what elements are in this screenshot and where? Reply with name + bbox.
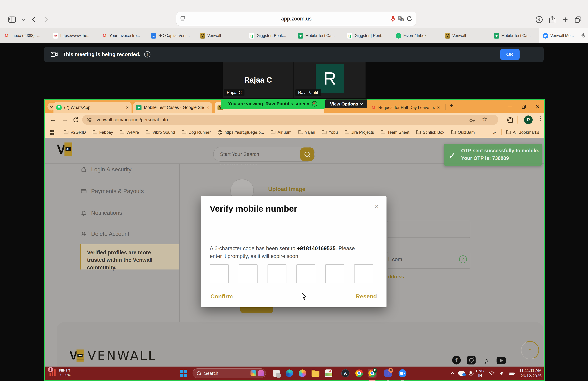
chrome-address-bar[interactable]: venwall.com/account/personal-info ☆ [82,115,498,125]
chrome-profile-icon[interactable]: R [368,369,377,378]
otp-input-6[interactable] [354,264,373,283]
otp-input-4[interactable] [296,264,315,283]
share-icon[interactable] [547,15,557,24]
safari-tab-giggster-book[interactable]: Giggster: Book... [245,28,294,43]
bookmark-star-icon[interactable]: ☆ [482,115,488,123]
safari-tab-inbox[interactable]: Inbox (2,388) -... [0,28,49,43]
sidebar-item-payments[interactable]: Payments & Payouts [81,188,144,195]
tiktok-icon[interactable]: ♪ [482,356,490,364]
bookmark-folder[interactable]: QuizBam [451,130,475,135]
paint-app-icon[interactable] [324,369,333,378]
bookmark-folder[interactable]: Dog Runner [182,130,210,135]
tune-icon[interactable] [86,116,92,123]
restore-icon[interactable] [520,103,528,111]
file-explorer-icon[interactable] [311,369,320,378]
tray-mic-icon[interactable] [470,371,472,376]
close-icon[interactable]: × [375,202,379,211]
safari-tab-venwall-2[interactable]: Venwall [441,28,490,43]
copilot-icon[interactable] [298,369,307,378]
chrome-profile-avatar[interactable]: R [524,115,533,124]
info-icon[interactable]: i [144,51,150,57]
new-tab-icon[interactable]: + [449,102,454,110]
otp-input-3[interactable] [268,264,286,283]
close-icon[interactable]: × [437,105,440,110]
safari-tab-venwall-meeting-active[interactable]: Venwall Me... [539,28,588,43]
volume-icon[interactable] [499,371,504,375]
safari-tab-venwall-1[interactable]: Venwall [196,28,245,43]
confirm-button[interactable]: Confirm [210,293,233,300]
all-bookmarks[interactable]: All Bookmarks [506,130,539,135]
zo om-app-icon[interactable] [398,369,407,378]
chrome-tab-gmail[interactable]: Request for Half-Day Leave - ra × [371,102,440,113]
apps-grid-icon[interactable] [50,130,54,134]
safari-address-bar[interactable]: app.zoom.us Ax [176,12,416,26]
close-icon[interactable]: × [207,105,209,110]
scroll-top-button[interactable]: ↑ [521,341,539,359]
downloads-icon[interactable] [534,15,544,24]
search-button[interactable] [300,147,314,161]
battery-icon[interactable] [509,371,515,375]
bookmark-folder[interactable]: Fabpay [93,130,113,135]
extensions-puzzle-icon[interactable] [506,116,514,124]
instagram-icon[interactable] [467,356,476,364]
view-options-button[interactable]: View Options [325,99,367,108]
safari-tab-rc-capital[interactable]: RC Capital Vent... [147,28,196,43]
search-input[interactable] [220,151,286,157]
forward-icon[interactable] [41,15,51,24]
taskbar-clock[interactable]: 11.11.11 AM26-12-2025 [519,368,542,379]
weather-info-icon[interactable] [458,371,465,376]
language-switcher[interactable]: ENGIN [476,369,484,378]
safari-tab-invoice[interactable]: Your Invoice fro... [98,28,147,43]
taskbar-widget-nifty[interactable]: 2 NIFTY -0.20% [49,368,71,377]
sidebar-item-delete-account[interactable]: Delete Account [81,231,129,237]
bookmark-folder[interactable]: Yajari [298,130,315,135]
password-key-icon[interactable] [469,117,476,124]
sidebar-item-notifications[interactable]: Notifications [81,210,122,216]
chrome-menu-icon[interactable]: ⋮ [537,115,543,122]
sidebar-item-login-security[interactable]: Login & security [81,166,131,173]
start-button[interactable] [180,370,188,377]
resend-button[interactable]: Resend [356,293,377,300]
teams-icon[interactable]: T8 [384,369,392,378]
a-app-icon[interactable]: A [341,369,350,378]
reader-icon[interactable] [180,15,186,22]
tab-overview-icon[interactable] [573,15,583,24]
upload-image-link[interactable]: Upload Image [268,186,305,192]
wifi-icon[interactable] [489,371,495,376]
youtube-icon[interactable] [497,357,506,364]
reload-icon[interactable] [406,15,413,22]
bookmark-folder[interactable]: Airluum [271,130,292,135]
close-icon[interactable]: × [126,105,129,110]
close-window-icon[interactable]: ✕ [533,103,542,111]
safari-tab-mobile-test-1[interactable]: Mobile Test Ca... [294,28,343,43]
otp-input-1[interactable] [210,264,229,283]
sidebar-toggle-icon[interactable] [7,15,17,24]
reload-icon[interactable] [73,116,80,123]
site-search-bar[interactable] [213,147,315,162]
bookmark-folder[interactable]: Vibro Sound [146,130,175,135]
chevron-down-icon[interactable] [19,15,28,24]
edge-icon[interactable] [285,369,294,378]
chrome-icon[interactable] [355,369,363,378]
new-tab-icon[interactable]: + [561,15,570,24]
bookmark-folder[interactable]: Yobu [322,130,338,135]
bookmark-folder[interactable]: Team Sheet [381,130,409,135]
tray-expand-icon[interactable] [451,372,454,375]
translate-icon[interactable]: Ax [397,15,404,22]
otp-input-2[interactable] [239,264,257,283]
forward-icon[interactable]: → [62,116,68,123]
safari-tab-fiverr[interactable]: Fiverr / Inbox [392,28,441,43]
safari-tab-mobile-test-2[interactable]: Mobile Test Ca... [490,28,539,43]
safari-tab-giggster-rent[interactable]: Giggster | Rent... [343,28,392,43]
bookmarks-overflow-icon[interactable]: » [493,129,496,135]
venwall-logo[interactable]: VAD [57,142,72,156]
bookmark-folder[interactable]: Schtick Box [416,130,444,135]
task-view-button[interactable] [272,369,281,378]
back-icon[interactable]: ← [49,116,56,123]
safari-tab-mls[interactable]: https://www.the... [49,28,98,43]
mic-icon[interactable] [390,15,396,22]
ok-button[interactable]: OK [500,49,520,60]
chrome-tab-whatsapp[interactable]: (2) WhatsApp × [53,102,131,113]
bookmark-folder[interactable]: Jira Projects [345,130,374,135]
facebook-icon[interactable]: f [452,356,461,364]
